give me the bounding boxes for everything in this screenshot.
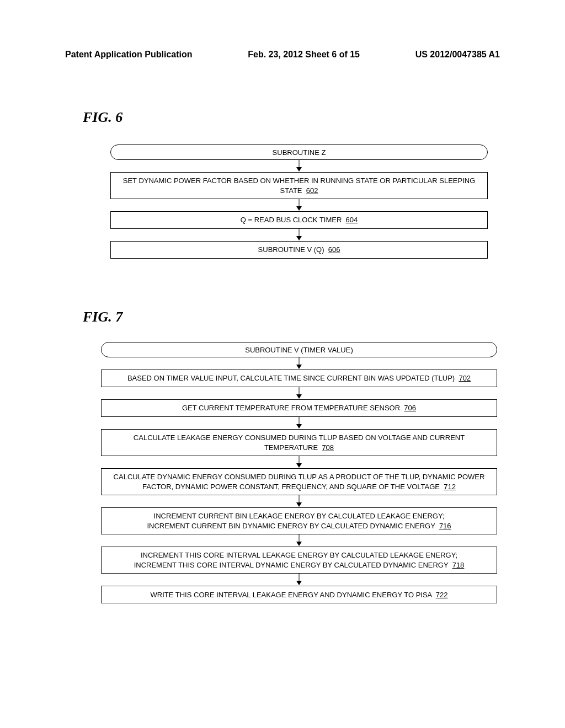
- fig7-step: INCREMENT THIS CORE INTERVAL LEAKAGE ENE…: [101, 547, 497, 574]
- arrow: [110, 229, 488, 241]
- step-text: INCREMENT CURRENT BIN LEAKAGE ENERGY BY …: [147, 512, 444, 530]
- step-ref: 712: [444, 483, 456, 491]
- arrow: [101, 495, 497, 507]
- fig7-label: FIG. 7: [83, 309, 122, 325]
- header-mid: Feb. 23, 2012 Sheet 6 of 15: [248, 50, 360, 60]
- fig6-terminator-text: SUBROUTINE Z: [273, 148, 326, 157]
- fig7-step: INCREMENT CURRENT BIN LEAKAGE ENERGY BY …: [101, 507, 497, 534]
- fig7-step: CALCULATE LEAKAGE ENERGY CONSUMED DURING…: [101, 429, 497, 456]
- fig7-flow: SUBROUTINE V (TIMER VALUE) BASED ON TIME…: [101, 342, 497, 603]
- step-ref: 722: [436, 591, 448, 599]
- arrow: [110, 160, 488, 172]
- step-text: Q = READ BUS CLOCK TIMER: [241, 216, 342, 224]
- header-left: Patent Application Publication: [65, 50, 193, 60]
- arrow: [101, 574, 497, 586]
- page-header: Patent Application Publication Feb. 23, …: [65, 50, 500, 60]
- step-ref: 706: [404, 404, 416, 412]
- step-text: BASED ON TIMER VALUE INPUT, CALCULATE TI…: [127, 374, 455, 382]
- step-ref: 708: [322, 443, 334, 452]
- step-ref: 718: [452, 561, 465, 569]
- step-text: SET DYNAMIC POWER FACTOR BASED ON WHETHE…: [123, 176, 476, 195]
- fig7-terminator-text: SUBROUTINE V (TIMER VALUE): [245, 346, 353, 354]
- fig6-step: Q = READ BUS CLOCK TIMER 604: [110, 211, 488, 229]
- step-text: CALCULATE LEAKAGE ENERGY CONSUMED DURING…: [134, 433, 465, 452]
- fig6-step: SUBROUTINE V (Q) 606: [110, 241, 488, 259]
- step-text: INCREMENT THIS CORE INTERVAL LEAKAGE ENE…: [134, 551, 457, 569]
- step-ref: 606: [328, 245, 340, 254]
- fig7-step: BASED ON TIMER VALUE INPUT, CALCULATE TI…: [101, 370, 497, 387]
- header-right: US 2012/0047385 A1: [415, 50, 500, 60]
- step-text: GET CURRENT TEMPERATURE FROM TEMPERATURE…: [182, 404, 400, 412]
- step-ref: 604: [346, 216, 358, 224]
- fig7-step: CALCULATE DYNAMIC ENERGY CONSUMED DURING…: [101, 468, 497, 495]
- fig7-step: GET CURRENT TEMPERATURE FROM TEMPERATURE…: [101, 399, 497, 417]
- fig6-terminator: SUBROUTINE Z: [110, 144, 488, 160]
- arrow: [101, 387, 497, 399]
- step-text: WRITE THIS CORE INTERVAL LEAKAGE ENERGY …: [151, 591, 432, 599]
- fig7-terminator: SUBROUTINE V (TIMER VALUE): [101, 342, 497, 357]
- step-ref: 602: [306, 186, 318, 195]
- arrow: [101, 534, 497, 547]
- step-text: CALCULATE DYNAMIC ENERGY CONSUMED DURING…: [114, 473, 485, 491]
- step-ref: 702: [459, 374, 471, 382]
- fig7-step: WRITE THIS CORE INTERVAL LEAKAGE ENERGY …: [101, 586, 497, 603]
- arrow: [101, 417, 497, 429]
- arrow: [110, 199, 488, 211]
- arrow: [101, 357, 497, 370]
- arrow: [101, 456, 497, 468]
- step-text: SUBROUTINE V (Q): [258, 245, 324, 254]
- fig6-flow: SUBROUTINE Z SET DYNAMIC POWER FACTOR BA…: [110, 144, 488, 259]
- fig6-step: SET DYNAMIC POWER FACTOR BASED ON WHETHE…: [110, 172, 488, 199]
- fig6-label: FIG. 6: [83, 109, 122, 126]
- step-ref: 716: [439, 522, 451, 530]
